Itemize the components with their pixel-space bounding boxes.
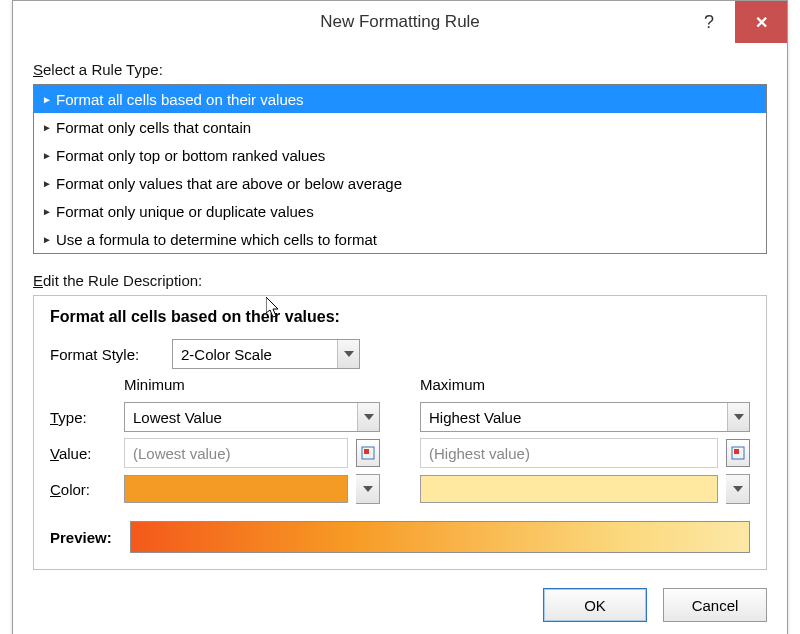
chevron-down-icon (357, 403, 379, 431)
cancel-button-label: Cancel (692, 597, 739, 614)
rule-type-item-label: Format all cells based on their values (56, 91, 304, 108)
minimum-color-swatch (124, 475, 348, 503)
rule-description-heading: Format all cells based on their values: (50, 308, 750, 326)
dialog-title: New Formatting Rule (320, 12, 480, 32)
minimum-column: Minimum Type: Lowest Value (50, 376, 380, 507)
min-max-grid: Minimum Type: Lowest Value (50, 376, 750, 507)
rule-type-item-label: Format only cells that contain (56, 119, 251, 136)
rule-type-item-label: Format only values that are above or bel… (56, 175, 402, 192)
edit-rule-description-label: Edit the Rule Description: (33, 272, 767, 289)
format-style-value: 2-Color Scale (173, 346, 337, 363)
select-rule-type-text: elect a Rule Type: (43, 61, 163, 78)
value-row-max: (Highest value) (420, 435, 750, 471)
help-icon: ? (704, 12, 714, 33)
range-picker-icon (361, 446, 375, 460)
maximum-color-swatch (420, 475, 718, 503)
bullet-icon: ► (42, 94, 56, 105)
edit-rule-accel: E (33, 272, 43, 289)
rule-type-item-label: Use a formula to determine which cells t… (56, 231, 377, 248)
bullet-icon: ► (42, 122, 56, 133)
select-rule-type-label: Select a Rule Type: (33, 61, 767, 78)
value-label: Value: (50, 445, 116, 462)
preview-gradient (130, 521, 750, 553)
minimum-value-placeholder: (Lowest value) (133, 445, 231, 462)
chevron-down-icon (337, 340, 359, 368)
chevron-down-icon (727, 403, 749, 431)
svg-rect-3 (734, 449, 739, 454)
minimum-value-input: (Lowest value) (124, 438, 348, 468)
maximum-header: Maximum (420, 376, 750, 393)
new-formatting-rule-dialog: New Formatting Rule ? ✕ Select a Rule Ty… (12, 0, 788, 634)
rule-type-item-label: Format only unique or duplicate values (56, 203, 314, 220)
rule-type-item[interactable]: ► Format only top or bottom ranked value… (34, 141, 766, 169)
titlebar: New Formatting Rule ? ✕ (13, 1, 787, 43)
maximum-type-value: Highest Value (421, 409, 727, 426)
minimum-refedit-button[interactable] (356, 439, 380, 467)
format-style-text: ormat Style: (59, 346, 139, 363)
ok-button[interactable]: OK (543, 588, 647, 622)
format-style-row: Format Style: 2-Color Scale (50, 336, 750, 372)
select-rule-type-accel: S (33, 61, 43, 78)
close-icon: ✕ (755, 13, 768, 32)
titlebar-controls: ? ✕ (683, 1, 787, 43)
rule-type-item[interactable]: ► Use a formula to determine which cells… (34, 225, 766, 253)
chevron-down-icon (726, 475, 749, 503)
bullet-icon: ► (42, 150, 56, 161)
rule-type-listbox[interactable]: ► Format all cells based on their values… (33, 84, 767, 254)
dialog-footer: OK Cancel (33, 588, 767, 622)
minimum-header: Minimum (50, 376, 380, 393)
maximum-refedit-button[interactable] (726, 439, 750, 467)
close-button[interactable]: ✕ (735, 1, 787, 43)
minimum-type-dropdown[interactable]: Lowest Value (124, 402, 380, 432)
rule-type-item-label: Format only top or bottom ranked values (56, 147, 325, 164)
type-row-min: Type: Lowest Value (50, 399, 380, 435)
color-row-min: Color: (50, 471, 380, 507)
rule-description-panel: Format all cells based on their values: … (33, 295, 767, 570)
cancel-button[interactable]: Cancel (663, 588, 767, 622)
format-style-label: Format Style: (50, 346, 162, 363)
color-row-max (420, 471, 750, 507)
value-row-min: Value: (Lowest value) (50, 435, 380, 471)
maximum-column: Maximum Highest Value (Hi (420, 376, 750, 507)
maximum-value-input: (Highest value) (420, 438, 718, 468)
bullet-icon: ► (42, 234, 56, 245)
svg-rect-1 (364, 449, 369, 454)
type-row-max: Highest Value (420, 399, 750, 435)
range-picker-icon (731, 446, 745, 460)
maximum-color-dropdown[interactable] (726, 474, 750, 504)
rule-type-item[interactable]: ► Format all cells based on their values (34, 85, 766, 113)
help-button[interactable]: ? (683, 1, 735, 43)
type-label: Type: (50, 409, 116, 426)
preview-row: Preview: (50, 521, 750, 553)
rule-type-item[interactable]: ► Format only cells that contain (34, 113, 766, 141)
format-style-accel: F (50, 346, 59, 363)
chevron-down-icon (356, 475, 379, 503)
format-style-dropdown[interactable]: 2-Color Scale (172, 339, 360, 369)
dialog-client-area: Select a Rule Type: ► Format all cells b… (13, 43, 787, 634)
color-label: Color: (50, 481, 116, 498)
edit-rule-text: dit the Rule Description: (43, 272, 202, 289)
rule-type-item[interactable]: ► Format only values that are above or b… (34, 169, 766, 197)
rule-type-item[interactable]: ► Format only unique or duplicate values (34, 197, 766, 225)
minimum-type-value: Lowest Value (125, 409, 357, 426)
ok-button-label: OK (584, 597, 606, 614)
maximum-type-dropdown[interactable]: Highest Value (420, 402, 750, 432)
preview-label: Preview: (50, 529, 122, 546)
maximum-value-placeholder: (Highest value) (429, 445, 530, 462)
bullet-icon: ► (42, 206, 56, 217)
bullet-icon: ► (42, 178, 56, 189)
minimum-color-dropdown[interactable] (356, 474, 380, 504)
